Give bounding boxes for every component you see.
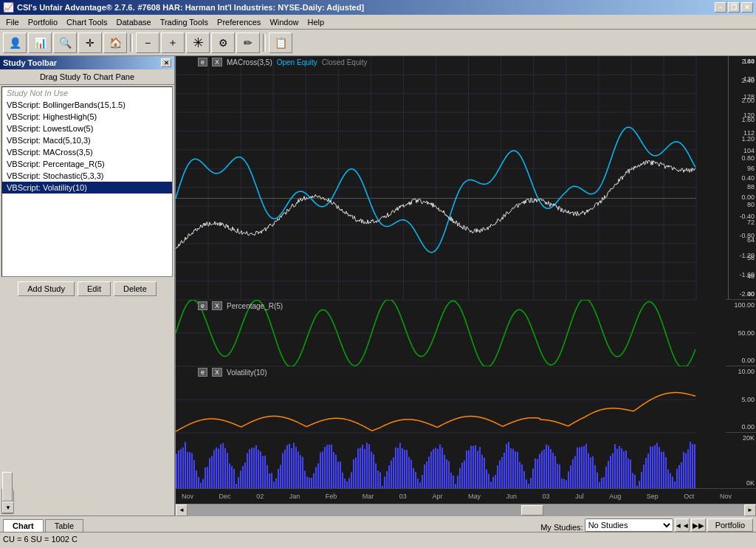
study-item-2[interactable]: VBScript: LowestLow(5) — [2, 123, 172, 134]
menu-window[interactable]: Window — [265, 16, 303, 28]
delete-study-button[interactable]: Delete — [114, 281, 157, 296]
scroll-left-btn[interactable]: ◄ — [176, 504, 188, 516]
status-text: CU = 6 SU = 1002 C — [3, 535, 78, 544]
percent-chart-x-btn[interactable]: X — [212, 301, 222, 310]
study-toolbar-panel: Study Toolbar ✕ Drag Study To Chart Pane… — [0, 56, 176, 516]
study-toolbar-title: Study Toolbar — [3, 58, 57, 67]
toolbar-btn-edit[interactable]: ✏ — [236, 32, 260, 53]
x-label-3: Jan — [289, 493, 300, 500]
percent-y-axis: 100.00 50.00 0.00 — [726, 300, 756, 366]
study-scroll-thumb[interactable] — [2, 472, 13, 501]
vol-y-2: 0.00 — [728, 423, 755, 431]
toolbar-separator2 — [263, 34, 266, 52]
close-button[interactable]: ✕ — [741, 2, 753, 13]
r-val-1: 138 — [730, 75, 755, 83]
bottom-tabs-bar: Chart Table My Studies: No Studies ◄◄ ▶▶… — [0, 516, 756, 532]
study-scroll-down[interactable]: ▼ — [2, 501, 14, 513]
volatility-chart-panel: e X Volatility(10) 10.00 5.00 0.00 — [176, 366, 756, 433]
volume-chart-canvas — [176, 433, 726, 488]
study-item-5[interactable]: VBScript: Percentage_R(5) — [2, 158, 172, 170]
main-chart-e-btn[interactable]: e — [198, 58, 207, 66]
minimize-button[interactable]: − — [715, 2, 726, 13]
r-val-0: 144 — [730, 58, 755, 65]
main-chart-name: MACross(3,5) — [227, 58, 272, 66]
menu-database[interactable]: Database — [112, 16, 156, 28]
study-buttons: Add Study Edit Delete — [0, 278, 174, 299]
nav-prev-btn[interactable]: ◄◄ — [675, 518, 690, 532]
toolbar-btn-zoom-out[interactable]: − — [136, 32, 159, 53]
study-toolbar-titlebar: Study Toolbar ✕ — [0, 56, 174, 69]
study-item-6[interactable]: VBScript: Stochastic(5,3,3) — [2, 170, 172, 182]
toolbar-btn-zoom-in[interactable]: ＋ — [161, 32, 185, 53]
volatility-chart-name: Volatility(10) — [227, 369, 267, 377]
restore-button[interactable]: ❐ — [728, 2, 740, 13]
pct-y-2: 0.00 — [728, 357, 755, 364]
toolbar-btn-chart[interactable]: 📊 — [28, 32, 52, 53]
portfolio-btn[interactable]: Portfolio — [707, 518, 753, 532]
scroll-thumb[interactable] — [521, 505, 543, 516]
toolbar-btn-home[interactable]: 🏠 — [103, 32, 127, 53]
x-label-2: 02 — [256, 493, 264, 500]
r-val-12: 48 — [730, 273, 755, 280]
toolbar-btn-clipboard[interactable]: 📋 — [269, 32, 292, 53]
x-label-7: Apr — [432, 493, 442, 500]
study-item-4[interactable]: VBScript: MACross(3,5) — [2, 146, 172, 158]
toolbar-btn-asterisk[interactable]: ✳ — [186, 32, 210, 53]
edit-study-button[interactable]: Edit — [78, 281, 111, 296]
menu-help[interactable]: Help — [303, 16, 329, 28]
r-val-2: 128 — [730, 93, 755, 100]
toolbar-btn-crosshair[interactable]: ✛ — [78, 32, 102, 53]
x-label-1: Dec — [219, 493, 231, 500]
x-axis: Nov Dec 02 Jan Feb Mar 03 Apr May Jun 03… — [176, 489, 756, 504]
r-val-6: 96 — [730, 165, 755, 172]
menu-file[interactable]: File — [1, 16, 24, 28]
x-label-13: Sep — [647, 493, 659, 500]
x-label-4: Feb — [326, 493, 337, 500]
toolbar-btn-profile[interactable]: 👤 — [3, 32, 27, 53]
closed-equity-label: Closed Equity — [322, 58, 368, 66]
my-studies-select[interactable]: No Studies — [585, 518, 673, 532]
scroll-right-btn[interactable]: ► — [744, 504, 756, 516]
x-label-14: Oct — [684, 493, 694, 500]
right-y-axis: 144 138 128 120 112 104 96 88 80 72 64 5… — [728, 56, 756, 299]
r-val-4: 112 — [730, 129, 755, 137]
main-chart-x-btn[interactable]: X — [212, 58, 222, 66]
menu-preferences[interactable]: Preferences — [213, 16, 265, 28]
menu-chart-tools[interactable]: Chart Tools — [62, 16, 111, 28]
volatility-chart-e-btn[interactable]: e — [198, 368, 207, 377]
h-scrollbar: ◄ ► — [176, 504, 756, 516]
study-list: Study Not In Use VBScript: BollingerBand… — [1, 86, 173, 277]
title-bar-buttons: − ❐ ✕ — [715, 2, 753, 13]
vol-y-0: 10.00 — [728, 368, 755, 375]
study-item-3[interactable]: VBScript: Macd(5,10,3) — [2, 134, 172, 146]
volatility-chart-x-btn[interactable]: X — [212, 368, 222, 377]
menu-trading-tools[interactable]: Trading Tools — [156, 16, 213, 28]
study-item-0[interactable]: VBScript: BollingerBands(15,1.5) — [2, 99, 172, 111]
title-bar: 📈 CSI's Unfair Advantage® 2.7.6. #7608 H… — [0, 0, 756, 15]
app-title: CSI's Unfair Advantage® 2.7.6. — [17, 3, 134, 12]
my-studies-label: My Studies: — [540, 523, 583, 532]
percent-chart-panel: e X Percentage_R(5) 100.00 50.00 0.00 — [176, 300, 756, 366]
percent-chart-e-btn[interactable]: e — [198, 301, 207, 310]
toolbar-btn-settings[interactable]: ⚙ — [211, 32, 235, 53]
x-label-8: May — [468, 493, 481, 500]
title-bar-left: 📈 CSI's Unfair Advantage® 2.7.6. #7608 H… — [3, 2, 364, 13]
add-study-button[interactable]: Add Study — [18, 281, 75, 296]
chart-area: e X MACross(3,5) Open Equity Closed Equi… — [176, 56, 756, 516]
vol-y-1: 5.00 — [728, 396, 755, 403]
vol-y-lo: 0K — [728, 479, 755, 487]
main-chart-canvas — [176, 56, 726, 300]
volatility-y-axis: 10.00 5.00 0.00 — [726, 366, 756, 432]
nav-next-btn[interactable]: ▶▶ — [691, 518, 706, 532]
r-val-7: 88 — [730, 183, 755, 191]
study-item-1[interactable]: VBScript: HighestHigh(5) — [2, 111, 172, 123]
tab-chart[interactable]: Chart — [3, 519, 44, 532]
pct-y-1: 50.00 — [728, 329, 755, 337]
percent-chart-label: e X Percentage_R(5) — [198, 301, 283, 310]
menu-portfolio[interactable]: Portfolio — [24, 16, 62, 28]
study-toolbar-close[interactable]: ✕ — [161, 58, 171, 67]
study-item-7[interactable]: VBScript: Volatility(10) — [2, 182, 172, 193]
tab-table[interactable]: Table — [45, 519, 83, 532]
toolbar-btn-search[interactable]: 🔍 — [53, 32, 77, 53]
x-label-10: 03 — [543, 493, 550, 500]
